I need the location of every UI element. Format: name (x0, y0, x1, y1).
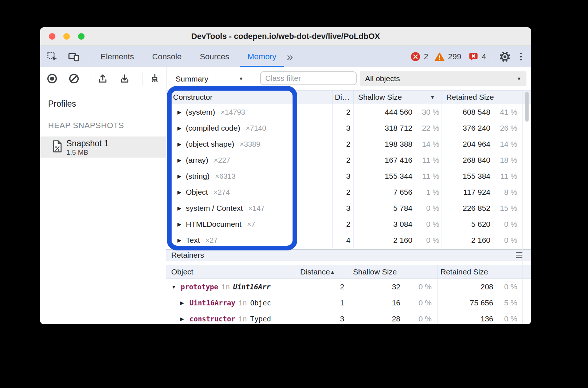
retained-size-percent: 0 % (493, 282, 517, 291)
more-options-kebab-icon[interactable] (519, 51, 524, 62)
tab-elements[interactable]: Elements (91, 46, 143, 67)
sidebar-item-snapshot-1[interactable]: Snapshot 1 1.5 MB (40, 136, 166, 158)
column-header-object[interactable]: Object (166, 265, 297, 278)
retainer-row[interactable]: ▶ constructor in Typed 3 280 % 1360 % (166, 311, 531, 324)
retained-size-value: 5 620 (471, 220, 490, 229)
constructor-name: (string) (186, 172, 209, 181)
instance-count: ×14793 (221, 108, 245, 116)
column-header-shallow-size[interactable]: Shallow Size ▼ (353, 91, 442, 104)
object-filter-select[interactable]: All objects ▼ (360, 71, 526, 86)
constructor-name: HTMLDocument (186, 220, 242, 229)
table-row[interactable]: ▶ (compiled code) ×7140 3 318 71222 % 37… (166, 120, 531, 136)
retainer-object-name: Objec (250, 299, 271, 307)
collapse-arrow-icon[interactable]: ▼ (171, 284, 181, 290)
retainer-keyword: in (239, 299, 247, 307)
error-icon[interactable] (411, 52, 420, 62)
shallow-size-value: 155 344 (385, 172, 412, 181)
heap-snapshot-panel: Constructor Di… Shallow Size ▼ Retained … (166, 90, 531, 324)
retained-size-value: 208 (481, 282, 493, 291)
shallow-size-value: 7 656 (393, 188, 412, 197)
column-header-retained-size[interactable]: Retained Size (437, 265, 522, 278)
desktop-background: DevTools - codepen.io/web-dot-dev/live/P… (0, 0, 588, 388)
expand-arrow-icon[interactable]: ▶ (177, 173, 186, 179)
tab-memory[interactable]: Memory (238, 46, 285, 67)
tabbar-right-group: 2 299 4 (411, 51, 531, 63)
retained-size-value: 117 924 (463, 188, 490, 197)
shallow-size-value: 5 784 (393, 204, 412, 213)
issues-icon[interactable] (469, 52, 478, 61)
device-toolbar-icon[interactable] (68, 51, 79, 63)
distance-value: 3 (297, 311, 350, 324)
retainer-property-name: prototype (181, 283, 218, 291)
expand-arrow-icon[interactable]: ▶ (177, 237, 186, 243)
expand-arrow-icon[interactable]: ▶ (180, 300, 189, 306)
shallow-size-value: 198 388 (385, 140, 412, 149)
clear-brush-icon[interactable] (149, 73, 161, 84)
expand-arrow-icon[interactable]: ▶ (177, 141, 186, 147)
retained-size-value: 376 240 (463, 124, 490, 132)
column-header-constructor[interactable]: Constructor (166, 91, 332, 104)
expand-arrow-icon[interactable]: ▶ (177, 189, 186, 195)
column-header-retained-size[interactable]: Retained Size (442, 91, 522, 104)
expand-arrow-icon[interactable]: ▶ (177, 125, 186, 131)
constructor-name: Text (186, 236, 200, 245)
devtools-window: DevTools - codepen.io/web-dot-dev/live/P… (40, 27, 531, 324)
tab-sources[interactable]: Sources (191, 46, 238, 67)
class-filter-input[interactable] (260, 71, 357, 85)
distance-value: 2 (332, 184, 353, 200)
table-row[interactable]: ▶ Object ×274 2 7 6561 % 117 9248 % (166, 184, 531, 200)
expand-arrow-icon[interactable]: ▶ (177, 157, 186, 163)
shallow-size-value: 2 160 (393, 236, 412, 245)
record-heap-snapshot-icon[interactable] (46, 73, 58, 84)
chevron-down-icon: ▼ (517, 76, 521, 82)
table-row[interactable]: ▶ HTMLDocument ×7 2 3 0840 % 5 6200 % (166, 216, 531, 232)
titlebar: DevTools - codepen.io/web-dot-dev/live/P… (40, 27, 531, 46)
warning-count: 299 (448, 52, 462, 62)
table-row[interactable]: ▶ (array) ×227 2 167 41611 % 268 84018 % (166, 152, 531, 168)
retainer-row[interactable]: ▶ Uint16Array in Objec 1 160 % 75 6565 % (166, 295, 531, 311)
table-row[interactable]: ▶ (system) ×14793 2 444 56030 % 608 5484… (166, 104, 531, 120)
heap-snapshot-file-icon (52, 140, 62, 153)
distance-value: 2 (332, 216, 353, 232)
distance-value: 2 (297, 279, 350, 295)
save-profile-icon[interactable] (119, 73, 130, 84)
instance-count: ×7140 (246, 124, 266, 132)
retainer-object-name: Typed (250, 315, 271, 323)
retained-size-percent: 0 % (493, 314, 517, 323)
retainer-row[interactable]: ▼ prototype in Uint16Arr 2 320 % 2080 % (166, 279, 531, 295)
constructor-name: system / Context (186, 204, 243, 213)
retained-size-percent: 18 % (490, 156, 517, 165)
table-row[interactable]: ▶ system / Context ×147 3 5 7840 % 226 8… (166, 200, 531, 216)
distance-value: 3 (332, 120, 353, 136)
table-row[interactable]: ▶ (string) ×6313 3 155 34411 % 155 38411… (166, 168, 531, 184)
toolbar-separator (89, 51, 89, 63)
expand-arrow-icon[interactable]: ▶ (177, 109, 186, 115)
table-row[interactable]: ▶ Text ×27 4 2 1600 % 2 1600 % (166, 232, 531, 248)
retainer-keyword: in (222, 283, 230, 291)
retainer-keyword: in (239, 315, 247, 323)
scrollbar-thumb[interactable] (525, 92, 529, 122)
constructor-name: (array) (186, 156, 208, 165)
warning-icon[interactable] (434, 52, 445, 62)
column-header-distance[interactable]: Di… (332, 91, 353, 104)
tab-console[interactable]: Console (143, 46, 191, 67)
settings-gear-icon[interactable] (499, 51, 511, 63)
profiles-heading: Profiles (48, 99, 76, 109)
expand-arrow-icon[interactable]: ▶ (177, 221, 186, 227)
inspect-element-icon[interactable] (47, 51, 58, 63)
shallow-size-percent: 0 % (400, 314, 432, 323)
profiling-view-select[interactable]: Summary ▼ (176, 67, 243, 90)
more-tabs-icon[interactable]: » (287, 47, 293, 67)
expand-arrow-icon[interactable]: ▶ (180, 316, 189, 322)
shallow-size-percent: 0 % (400, 298, 432, 307)
column-header-shallow-size[interactable]: Shallow Size (350, 265, 437, 278)
shallow-size-value: 32 (392, 282, 400, 291)
panel-divider[interactable] (166, 67, 166, 90)
retainers-title: Retainers (171, 251, 204, 260)
load-profile-icon[interactable] (97, 73, 109, 84)
expand-arrow-icon[interactable]: ▶ (177, 205, 186, 211)
clear-profiles-icon[interactable] (68, 73, 80, 84)
column-header-distance[interactable]: Distance ▲ (297, 265, 350, 278)
table-row[interactable]: ▶ (object shape) ×3389 2 198 38814 % 204… (166, 136, 531, 152)
retained-size-percent: 0 % (490, 220, 517, 229)
